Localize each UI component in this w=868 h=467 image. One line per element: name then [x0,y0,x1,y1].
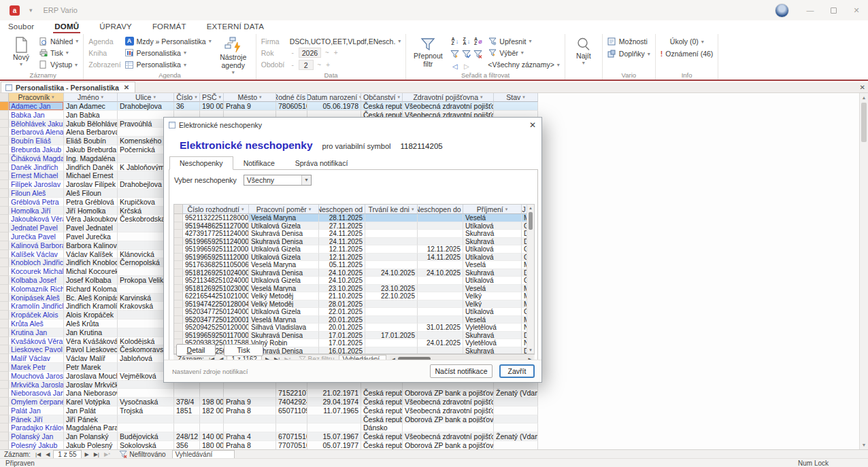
row-selector[interactable] [0,267,9,276]
table-cell[interactable]: Utíkalová [463,254,522,262]
table-cell[interactable]: 951996592511120002 [183,254,249,262]
table-cell[interactable]: Jindřich Kramolín [64,302,118,311]
column-header[interactable]: Stav▾ [494,93,538,102]
table-cell[interactable]: 190 00 [200,102,224,111]
row-selector[interactable] [0,258,9,267]
table-cell[interactable]: 248/12 [174,432,200,441]
table-cell[interactable] [494,441,538,449]
table-cell[interactable]: Aleš Filoun [64,189,118,198]
table-cell[interactable] [418,277,463,285]
table-cell[interactable]: Utíkalová [463,222,522,230]
table-cell[interactable] [403,423,494,432]
table-row[interactable]: Nieborasová Jana DJana Nieborasová715221… [0,389,859,398]
table-cell[interactable]: 12.11.2025 [418,245,463,254]
table-cell[interactable]: Veselá Maryna [249,214,319,222]
row-selector[interactable] [0,398,9,407]
table-cell[interactable]: Česká republika [361,432,403,441]
table-row[interactable]: 952113482510240002Utíkalová Gizela24.10.… [174,277,534,285]
table-cell[interactable] [365,277,418,285]
preview-button[interactable]: Náhled▾ [39,35,78,47]
row-selector[interactable] [174,308,183,316]
table-cell[interactable]: Česká republika [361,102,403,111]
sort-az-button[interactable]: AZ↓ [452,37,459,46]
record-position[interactable]: 1 z 55 [53,450,81,459]
row-selector[interactable] [174,285,183,293]
table-cell[interactable]: 1851 [174,407,200,415]
table-cell[interactable]: Eliáš Boubín [64,137,118,145]
table-cell[interactable] [224,389,276,398]
print-button[interactable]: Tisk [224,344,263,356]
table-row[interactable]: Palát JanJan PalátTrojská1851182 00Praha… [0,407,859,415]
table-cell[interactable]: 22.10.2025 [365,292,418,300]
row-selector[interactable] [174,324,183,332]
table-cell[interactable]: Nieborasová Jana D [9,389,64,398]
table-cell[interactable]: Utíkalová [463,308,522,316]
tab-close-icon[interactable]: ✕ [124,84,129,91]
table-cell[interactable]: 951812692510230001 [183,285,249,293]
row-selector[interactable] [174,238,183,246]
table-cell[interactable]: 24.11.2025 [319,238,365,246]
select-all[interactable] [174,205,183,214]
search-input[interactable]: Vyhledávání [172,450,235,459]
table-cell[interactable]: 36 [174,102,200,111]
row-selector[interactable] [0,224,9,232]
table-cell[interactable]: Praha 8 [224,407,276,415]
table-cell[interactable]: 23.10.2025 [365,285,418,293]
table-cell[interactable]: Jaroslav Filípek [64,180,118,189]
table-cell[interactable]: Jan Adamec [64,102,118,111]
table-cell[interactable]: Krůta Aleš [9,319,64,328]
previous-record-button[interactable]: ◀ [44,451,51,457]
table-cell[interactable]: Filoun Aleš [9,189,64,198]
table-cell[interactable]: Česká republika [361,415,403,424]
table-cell[interactable]: 198 00 [200,398,224,407]
table-cell[interactable]: Aleš Krůta [64,319,118,328]
table-cell[interactable]: Velký Metoděj [249,292,319,300]
table-cell[interactable]: 21.10.2025 [319,292,365,300]
table-cell[interactable]: 05.11.2025 [319,261,365,269]
table-cell[interactable]: Utíkalová Gizela [249,277,319,285]
column-header[interactable]: Pracovník▾ [9,93,64,102]
close-dialog-button[interactable]: Zavřít [499,364,535,378]
table-cell[interactable]: Josef Kolbaba [64,276,118,285]
table-cell[interactable] [307,423,361,432]
previous-triangle-icon[interactable]: ◁ [452,63,458,70]
table-cell[interactable] [418,292,463,300]
new-button[interactable]: Nový ▾ [7,35,35,71]
table-cell[interactable]: 952113482510240002 [183,277,249,285]
minimize-button[interactable]: — [799,0,822,20]
next-record-button[interactable]: ▶ [84,451,90,457]
table-cell[interactable] [418,300,463,309]
table-row[interactable]: 952034772501240002Utíkalová Gizela22.01.… [174,308,534,316]
period-stepper[interactable]: - 2 ~ + [290,59,401,71]
table-cell[interactable]: Petr Marek [64,363,118,372]
table-row[interactable]: Paradajko KrálováMagdaléna ParadajíDánsk… [0,423,859,432]
row-selector[interactable] [0,389,9,398]
row-selector[interactable] [0,128,9,137]
table-row[interactable]: 951996592511240001Skuhravá Denisa24.11.2… [174,238,534,246]
table-cell[interactable] [200,389,224,398]
filter-apply-button[interactable] [450,50,459,58]
tab-domu[interactable]: DOMŮ [53,22,80,33]
table-cell[interactable]: Kramolín Jindřich [9,302,64,311]
tab-soubor[interactable]: Soubor [7,22,35,33]
table-cell[interactable]: Utíkalová Gizela [249,308,319,316]
scroll-up-icon[interactable]: ▲ [527,205,534,211]
row-selector[interactable] [0,102,9,111]
view-select[interactable]: Personalistika▾ [125,59,212,71]
table-row[interactable]: 951763682511050063Veselá Maryna05.11.202… [174,261,534,269]
table-cell[interactable]: 952094252501200001 [183,324,249,332]
table-cell[interactable] [418,230,463,238]
table-cell[interactable]: Šilhavá Vladislava [249,324,319,332]
table-cell[interactable]: 23.10.2025 [319,285,365,293]
table-cell[interactable]: Berbarová Alena [9,128,64,137]
table-cell[interactable] [418,347,463,355]
refine-button[interactable]: Upřesnit▾ [488,35,559,47]
row-selector[interactable] [0,215,9,224]
table-cell[interactable]: 17.01.2025 [365,332,418,340]
table-cell[interactable] [174,389,200,398]
filter-toggle-button[interactable] [462,50,471,58]
table-cell[interactable]: 24.11.2025 [319,230,365,238]
vertical-scrollbar[interactable]: ▲ ▼ [859,93,868,449]
row-selector[interactable] [0,294,9,302]
table-cell[interactable]: Trojská [118,407,174,415]
